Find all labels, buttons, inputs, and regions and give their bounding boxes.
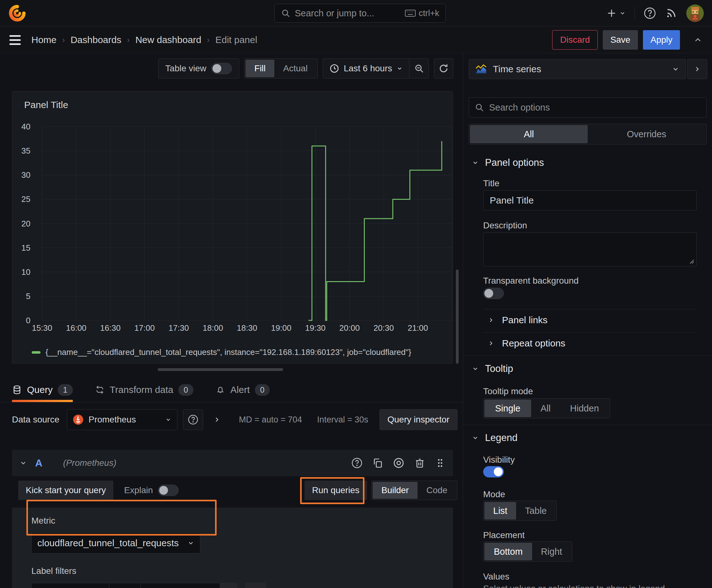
tab-transform-label: Transform data	[110, 384, 173, 395]
title-field-label: Title	[483, 178, 499, 188]
add-menu-button[interactable]	[606, 8, 626, 19]
zoom-out-time-button[interactable]	[409, 59, 429, 78]
discard-button[interactable]: Discard	[552, 30, 598, 50]
repeat-options-label: Repeat options	[502, 338, 565, 349]
chevron-down-icon	[396, 65, 403, 71]
datasource-picker[interactable]: Prometheus	[67, 409, 177, 430]
datasource-help-button[interactable]	[183, 409, 203, 430]
expand-options-icon[interactable]	[213, 416, 221, 423]
user-avatar[interactable]	[686, 4, 704, 22]
legend-visibility-label: Visibility	[483, 455, 515, 465]
help-icon[interactable]	[644, 7, 656, 19]
help-icon	[188, 414, 198, 425]
remove-filter-button[interactable]: ✕	[220, 583, 237, 588]
resize-handle-icon[interactable]	[689, 258, 694, 264]
legend-mode-table[interactable]: Table	[516, 502, 555, 520]
panel-title: Panel Title	[12, 91, 453, 119]
panel-title-input[interactable]: Panel Title	[483, 190, 697, 210]
tooltip-mode-single[interactable]: Single	[484, 400, 531, 417]
explain-toggle[interactable]	[158, 485, 179, 496]
description-textarea[interactable]	[483, 232, 697, 266]
table-view-toggle[interactable]	[211, 63, 232, 74]
breadcrumb-separator: ›	[62, 35, 65, 45]
visualization-picker[interactable]: Time series	[469, 59, 686, 79]
legend-section-header[interactable]: Legend	[472, 432, 517, 443]
tab-transform-data[interactable]: Transform data 0	[95, 378, 193, 402]
duplicate-query-icon[interactable]	[372, 457, 383, 469]
datasource-name: Prometheus	[88, 415, 136, 425]
metric-select[interactable]: cloudflared_tunnel_total_requests	[31, 533, 200, 553]
transparent-background-toggle[interactable]	[483, 288, 504, 299]
time-range-picker[interactable]: Last 6 hours	[323, 59, 409, 78]
tab-query[interactable]: Query 1	[12, 378, 73, 402]
horizontal-scrollbar[interactable]	[157, 368, 283, 371]
legend-visibility-toggle[interactable]	[483, 466, 504, 478]
refresh-button[interactable]	[434, 58, 453, 79]
menu-toggle-icon[interactable]	[9, 35, 21, 45]
legend-mode-list[interactable]: List	[484, 502, 516, 520]
query-help-icon[interactable]	[351, 457, 363, 469]
interval-info: Interval = 30s	[317, 415, 368, 425]
tooltip-section-header[interactable]: Tooltip	[472, 363, 513, 374]
operator-dropdown[interactable]: =	[109, 583, 140, 588]
breadcrumb-home[interactable]: Home	[31, 35, 57, 45]
series-line	[308, 141, 442, 320]
news-rss-icon[interactable]	[665, 7, 677, 19]
search-icon	[281, 8, 290, 18]
x-axis-tick: 16:00	[66, 323, 86, 333]
panel-options-header[interactable]: Panel options	[472, 157, 544, 168]
panel-links-section[interactable]: Panel links	[488, 315, 547, 326]
legend-placement-bottom[interactable]: Bottom	[484, 543, 532, 560]
viz-suggestions-button[interactable]	[687, 59, 707, 79]
options-search-input[interactable]: Search options	[469, 97, 707, 118]
y-axis-tick: 10	[21, 267, 30, 277]
datasource-row: Data source Prometheus MD = auto = 704 I…	[12, 409, 457, 430]
add-filter-button[interactable]: +	[245, 583, 265, 588]
tab-all[interactable]: All	[470, 125, 588, 143]
query-inspector-button[interactable]: Query inspector	[380, 409, 457, 430]
global-search-input[interactable]: Search or jump to... ctrl+k	[274, 4, 446, 23]
builder-option[interactable]: Builder	[373, 482, 417, 499]
legend-placement-switch: Bottom Right	[483, 542, 572, 562]
run-queries-button[interactable]: Run queries	[304, 481, 367, 500]
transform-icon	[95, 385, 105, 395]
breadcrumb-new-dashboard[interactable]: New dashboard	[135, 35, 201, 45]
collapse-pane-icon[interactable]	[693, 35, 703, 45]
breadcrumb: Home › Dashboards › New dashboard › Edit…	[31, 35, 257, 45]
code-option[interactable]: Code	[417, 482, 456, 499]
tooltip-mode-all[interactable]: All	[531, 400, 560, 417]
x-axis-tick: 15:30	[32, 323, 52, 333]
select-label-dropdown[interactable]: Select label	[31, 583, 109, 588]
legend-placement-right[interactable]: Right	[532, 543, 571, 560]
legend-item[interactable]: {__name__="cloudflared_tunnel_total_requ…	[32, 348, 411, 357]
x-axis-tick: 17:00	[134, 323, 155, 333]
select-value-dropdown[interactable]: Select value	[140, 583, 220, 588]
grafana-logo[interactable]	[8, 4, 26, 22]
tab-alert[interactable]: Alert 0	[215, 378, 270, 402]
kick-start-query-button[interactable]: Kick start your query	[18, 481, 113, 500]
repeat-options-section[interactable]: Repeat options	[488, 338, 565, 349]
toggle-query-visibility-icon[interactable]	[393, 457, 405, 469]
label-filter-row: Select label = Select value ✕ +	[31, 583, 444, 588]
x-axis-tick: 16:30	[100, 323, 121, 333]
tab-overrides[interactable]: Overrides	[588, 125, 706, 143]
legend-placement-label: Placement	[483, 530, 524, 540]
tooltip-section-title: Tooltip	[485, 363, 513, 374]
save-button[interactable]: Save	[603, 30, 638, 50]
apply-button[interactable]: Apply	[643, 30, 680, 50]
panel-options-title: Panel options	[485, 157, 544, 168]
transparent-background-label: Transparent background	[483, 276, 579, 286]
tooltip-mode-hidden[interactable]: Hidden	[560, 400, 609, 417]
x-axis-tick: 17:30	[169, 323, 189, 333]
query-row-header[interactable]: A (Prometheus)	[12, 450, 453, 476]
delete-query-icon[interactable]	[414, 457, 425, 469]
collapse-query-icon[interactable]	[19, 459, 27, 467]
fill-option[interactable]: Fill	[245, 60, 274, 77]
drag-handle-icon[interactable]	[435, 458, 446, 468]
actual-option[interactable]: Actual	[274, 60, 317, 77]
vertical-scrollbar[interactable]	[456, 270, 459, 364]
breadcrumb-dashboards[interactable]: Dashboards	[71, 35, 122, 45]
time-series-chart[interactable]: 051015202530354015:3016:0016:3017:0017:3…	[12, 120, 453, 346]
label-filters-label: Label filters	[31, 566, 444, 576]
query-builder: Metric cloudflared_tunnel_total_requests…	[12, 508, 453, 588]
